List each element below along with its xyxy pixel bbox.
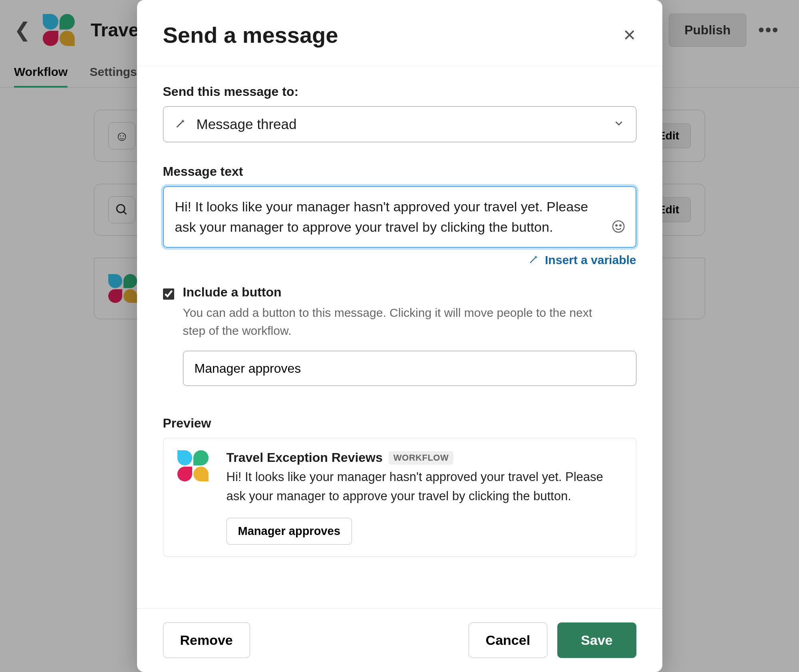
include-button-section: Include a button You can add a button to… [163, 285, 636, 340]
svg-point-2 [612, 221, 624, 232]
preview-action-button[interactable]: Manager approves [227, 518, 352, 545]
workflow-builder-screen: ❮ Travel Publish ••• Workflow Settings ☺… [0, 0, 799, 672]
svg-point-4 [620, 225, 621, 226]
modal-title: Send a message [163, 22, 338, 48]
cancel-button[interactable]: Cancel [469, 622, 548, 658]
modal-body: Send this message to: Message thread Mes… [137, 66, 662, 608]
chevron-down-icon [614, 118, 624, 131]
message-text-label: Message text [163, 164, 636, 179]
wand-icon [175, 117, 187, 131]
wand-icon [529, 253, 543, 266]
workflow-badge: WORKFLOW [389, 451, 453, 465]
include-button-title: Include a button [183, 285, 614, 300]
message-text-input[interactable]: Hi! It looks like your manager hasn't ap… [163, 186, 636, 248]
insert-variable-link[interactable]: Insert a variable [163, 253, 636, 267]
include-button-checkbox[interactable] [163, 288, 174, 300]
preview-card: Travel Exception Reviews WORKFLOW Hi! It… [163, 438, 636, 557]
send-message-modal: Send a message ✕ Send this message to: M… [137, 0, 662, 672]
preview-app-name: Travel Exception Reviews [227, 450, 383, 465]
send-to-label: Send this message to: [163, 84, 636, 99]
modal-footer: Remove Cancel Save [137, 608, 662, 672]
button-label-input[interactable] [183, 351, 636, 386]
send-to-value: Message thread [197, 116, 297, 132]
send-to-select[interactable]: Message thread [163, 106, 636, 142]
slack-logo-icon [177, 450, 209, 481]
preview-message-text: Hi! It looks like your manager hasn't ap… [227, 467, 622, 506]
save-button[interactable]: Save [557, 622, 636, 658]
modal-header: Send a message ✕ [137, 0, 662, 66]
include-button-desc: You can add a button to this message. Cl… [183, 304, 614, 340]
preview-label: Preview [163, 416, 636, 431]
svg-point-3 [616, 225, 617, 226]
modal-overlay: Send a message ✕ Send this message to: M… [0, 0, 799, 672]
remove-button[interactable]: Remove [163, 622, 250, 658]
emoji-picker-icon[interactable] [612, 220, 625, 237]
close-icon[interactable]: ✕ [623, 26, 636, 44]
